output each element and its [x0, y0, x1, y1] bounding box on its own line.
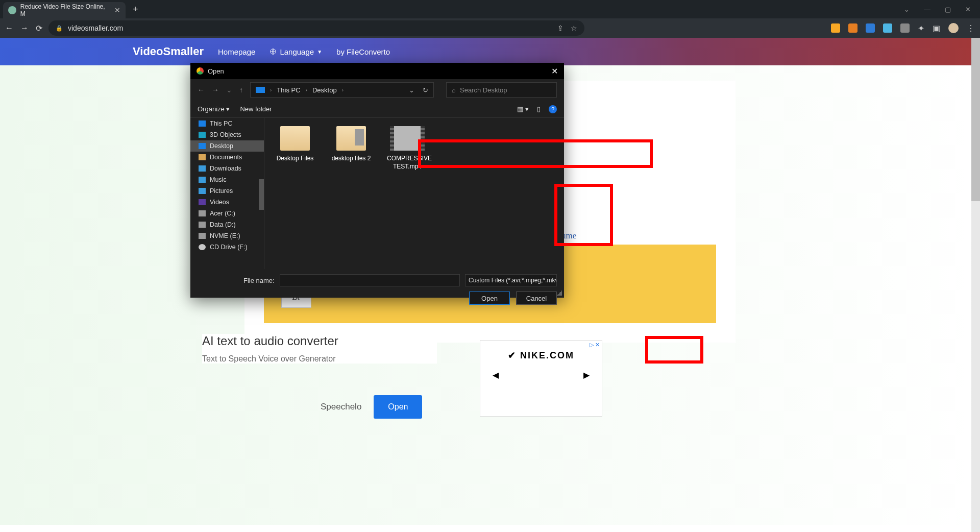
close-button[interactable]: ✕	[965, 6, 971, 13]
nav-language[interactable]: Language ▼	[270, 47, 322, 56]
extension-icons: ✦ ▣ ⋮	[831, 23, 975, 33]
view-options-icon[interactable]: ▦ ▾	[517, 105, 529, 113]
site-header: VideoSmaller Homepage Language ▼ by File…	[0, 38, 980, 65]
ad-prev-icon[interactable]: ◀	[493, 370, 499, 380]
video-file-icon	[390, 126, 425, 151]
ad-subtitle: Text to Speech Voice over Generator	[202, 354, 437, 364]
help-icon[interactable]: ?	[549, 105, 557, 113]
folder-icon	[280, 126, 310, 151]
folder-icon	[336, 126, 366, 151]
extension-icon[interactable]	[831, 23, 840, 33]
ad-next-icon[interactable]: ▶	[583, 370, 590, 380]
maximize-button[interactable]: ▢	[945, 6, 951, 13]
minimize-button[interactable]: —	[924, 6, 930, 13]
adchoices-icon[interactable]: ▷ ✕	[590, 342, 600, 348]
file-open-dialog: Open ✕ ← → ⌄ ↑ › This PC › Desktop › ⌄↻ …	[190, 63, 564, 298]
chevron-right-icon: ›	[270, 87, 272, 93]
resize-grip-icon[interactable]	[557, 291, 562, 296]
url-text: videosmaller.com	[68, 24, 123, 32]
nike-ad[interactable]: ▷ ✕ ✔ NIKE.COM ◀ ▶	[480, 340, 602, 417]
tab-close-icon[interactable]: ✕	[114, 6, 120, 14]
tree-drive-d[interactable]: Data (D:)	[190, 219, 264, 230]
tree-drive-e[interactable]: NVME (E:)	[190, 230, 264, 241]
site-logo[interactable]: VideoSmaller	[133, 45, 204, 58]
lock-icon: 🔒	[56, 25, 63, 32]
refresh-icon[interactable]: ↻	[423, 86, 428, 94]
preview-pane-icon[interactable]: ▯	[537, 105, 541, 113]
nav-tree: This PC 3D Objects Desktop Documents Dow…	[190, 118, 264, 269]
tree-videos[interactable]: Videos	[190, 197, 264, 208]
chevron-down-icon[interactable]: ⌄	[904, 6, 910, 13]
kebab-menu-icon[interactable]: ⋮	[967, 23, 975, 33]
tree-drive-c[interactable]: Acer (C:)	[190, 208, 264, 219]
extension-icon[interactable]	[866, 23, 875, 33]
chevron-right-icon: ›	[342, 87, 344, 93]
page-scrollbar[interactable]	[971, 38, 980, 532]
filename-input[interactable]	[280, 274, 460, 286]
ad-title: AI text to audio converter	[202, 334, 437, 348]
dialog-search[interactable]: ⌕ Search Desktop	[446, 82, 557, 98]
tree-scrollbar[interactable]	[259, 179, 264, 210]
tree-documents[interactable]: Documents	[190, 152, 264, 163]
bookmark-icon[interactable]: ☆	[571, 24, 577, 32]
browser-toolbar: ← → ⟳ 🔒 videosmaller.com ⇪ ☆ ✦ ▣ ⋮	[0, 18, 980, 38]
bc-folder-label[interactable]: Desktop	[312, 86, 337, 94]
breadcrumb[interactable]: › This PC › Desktop › ⌄↻	[250, 82, 434, 98]
dlg-up-button[interactable]: ↑	[239, 86, 243, 94]
dlg-recent-caret[interactable]: ⌄	[226, 86, 232, 94]
nav-homepage[interactable]: Homepage	[218, 47, 255, 56]
chevron-right-icon: ›	[306, 87, 307, 93]
search-placeholder: Search Desktop	[460, 86, 507, 94]
tree-drive-f[interactable]: CD Drive (F:)	[190, 241, 264, 253]
panel-icon[interactable]: ▣	[933, 23, 940, 33]
ad-brand: Speechelo	[321, 402, 361, 412]
file-type-filter[interactable]: Custom Files (*.avi;*.mpeg;*.mkv⌄	[465, 274, 557, 286]
address-bar[interactable]: 🔒 videosmaller.com ⇪ ☆	[48, 20, 584, 36]
dialog-title: Open	[208, 67, 224, 75]
tab-title: Reduce Video File Size Online, M	[20, 3, 110, 17]
nav-by[interactable]: by FileConverto	[336, 47, 390, 56]
cancel-button[interactable]: Cancel	[516, 292, 557, 305]
chrome-icon	[197, 67, 204, 75]
extension-icon[interactable]	[883, 23, 892, 33]
bc-caret-icon[interactable]: ⌄	[409, 86, 414, 94]
bc-pc-label[interactable]: This PC	[277, 86, 300, 94]
tree-downloads[interactable]: Downloads	[190, 163, 264, 174]
file-list[interactable]: Desktop Files desktop files 2 COMPRESSIV…	[264, 118, 564, 269]
file-compressive-test[interactable]: COMPRESSIVE TEST.mp4	[387, 126, 428, 171]
tree-music[interactable]: Music	[190, 174, 264, 185]
ad-open-button[interactable]: Open	[374, 395, 422, 419]
extension-icon[interactable]	[848, 23, 857, 33]
window-controls: ⌄ — ▢ ✕	[904, 6, 980, 13]
tree-3d-objects[interactable]: 3D Objects	[190, 129, 264, 140]
search-icon: ⌕	[452, 86, 456, 94]
profile-avatar[interactable]	[948, 23, 959, 33]
dialog-close-icon[interactable]: ✕	[551, 66, 558, 76]
filename-label: File name:	[243, 277, 275, 284]
nike-logo: ✔ NIKE.COM	[480, 350, 602, 361]
reload-button[interactable]: ⟳	[36, 23, 42, 33]
new-folder-button[interactable]: New folder	[240, 105, 272, 113]
dialog-titlebar[interactable]: Open ✕	[190, 63, 564, 79]
browser-tab[interactable]: Reduce Video File Size Online, M ✕	[3, 2, 126, 18]
favicon-icon	[8, 6, 16, 14]
browser-titlebar: Reduce Video File Size Online, M ✕ + ⌄ —…	[0, 0, 980, 18]
back-button[interactable]: ←	[5, 23, 13, 33]
pc-icon	[256, 87, 265, 93]
organize-menu[interactable]: Organize ▾	[198, 105, 230, 113]
ad-text-block: AI text to audio converter Text to Speec…	[202, 334, 437, 364]
tree-this-pc[interactable]: This PC	[190, 118, 264, 129]
download-icon[interactable]	[900, 23, 910, 33]
open-button[interactable]: Open	[469, 292, 510, 305]
tree-desktop[interactable]: Desktop	[190, 140, 264, 152]
forward-button[interactable]: →	[20, 23, 29, 33]
folder-desktop-files[interactable]: Desktop Files	[275, 126, 315, 163]
share-icon[interactable]: ⇪	[557, 24, 564, 32]
tree-pictures[interactable]: Pictures	[190, 185, 264, 197]
dlg-forward-button[interactable]: →	[212, 86, 219, 94]
extensions-menu-icon[interactable]: ✦	[918, 23, 924, 33]
caret-down-icon: ▼	[317, 49, 322, 55]
new-tab-button[interactable]: +	[133, 4, 138, 15]
folder-desktop-files-2[interactable]: desktop files 2	[331, 126, 372, 163]
dlg-back-button[interactable]: ←	[198, 86, 205, 94]
